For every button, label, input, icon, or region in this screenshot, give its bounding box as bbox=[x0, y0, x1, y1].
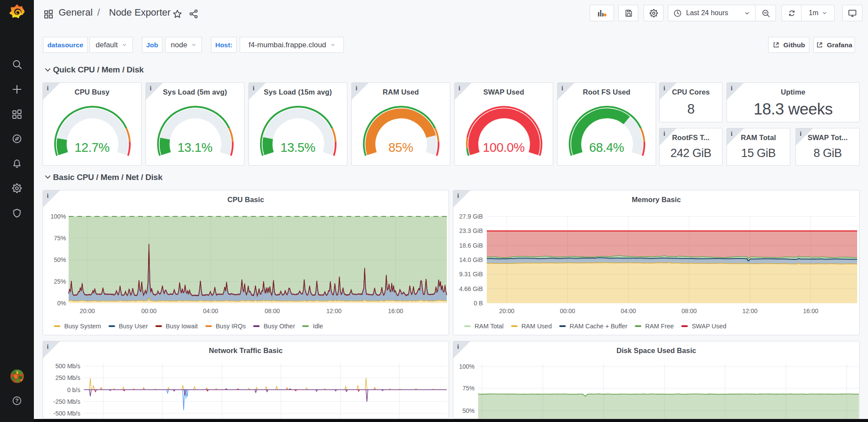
svg-text:?: ? bbox=[15, 398, 19, 404]
